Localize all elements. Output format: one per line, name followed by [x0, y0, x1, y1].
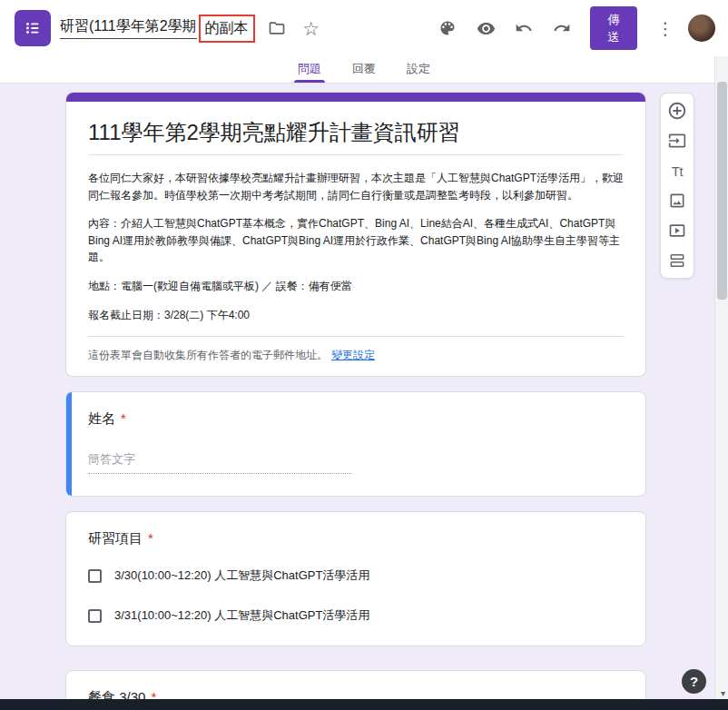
- option-label[interactable]: 3/31(10:00~12:20) 人工智慧與ChatGPT活學活用: [114, 607, 369, 624]
- collect-email-note: 這份表單會自動收集所有作答者的電子郵件地址。變更設定: [88, 348, 624, 363]
- description-paragraph[interactable]: 報名截止日期：3/28(二) 下午4:00: [88, 307, 624, 324]
- question-title[interactable]: 姓名*: [88, 410, 624, 428]
- scrollbar-thumb[interactable]: [717, 82, 727, 300]
- question-card-sessions[interactable]: 研習項目* 3/30(10:00~12:20) 人工智慧與ChatGPT活學活用…: [65, 511, 646, 646]
- google-forms-editor: 研習(111學年第2學期 的副本 ☆ 傳送 ⋮: [0, 0, 728, 710]
- add-section-icon[interactable]: [666, 250, 688, 271]
- tab-questions[interactable]: 問題: [294, 56, 325, 83]
- description-paragraph[interactable]: 地點：電腦一(歡迎自備電腦或平板) ／ 誤餐：備有便當: [88, 278, 624, 295]
- description-paragraph[interactable]: 各位同仁大家好，本研習依據學校亮點耀升計畫辦理研習，本次主題是「人工智慧與Cha…: [88, 170, 624, 203]
- question-card-name[interactable]: 姓名* 簡答文字: [65, 391, 646, 497]
- checkbox-option-row[interactable]: 3/31(10:00~12:20) 人工智慧與ChatGPT活學活用: [88, 607, 624, 624]
- question-meal-body: 餐食 3/30* 葷食: [66, 671, 645, 699]
- taskbar-caret-icon[interactable]: ▾: [721, 688, 725, 698]
- change-settings-link[interactable]: 變更設定: [331, 349, 375, 361]
- tab-responses[interactable]: 回覆: [349, 56, 379, 83]
- card-purple-strip: [66, 93, 645, 102]
- customize-theme-icon[interactable]: [432, 13, 463, 44]
- top-bar: 研習(111學年第2學期 的副本 ☆ 傳送 ⋮: [0, 0, 728, 56]
- import-questions-icon[interactable]: [666, 130, 688, 152]
- undo-icon[interactable]: [508, 13, 539, 44]
- vertical-scrollbar[interactable]: [714, 56, 728, 699]
- question-title-text: 餐食 3/30: [88, 689, 145, 699]
- form-header-card[interactable]: 111學年第2學期亮點耀升計畫資訊研習 各位同仁大家好，本研習依據學校亮點耀升計…: [65, 92, 646, 377]
- add-question-icon[interactable]: [666, 100, 688, 122]
- add-image-icon[interactable]: [666, 190, 688, 212]
- question-toolbar: Tt: [660, 93, 694, 279]
- question-title[interactable]: 餐食 3/30*: [88, 689, 624, 699]
- required-asterisk: *: [121, 410, 126, 426]
- question-title-text: 姓名: [88, 410, 115, 426]
- checkbox-icon[interactable]: [88, 609, 102, 623]
- option-label[interactable]: 3/30(10:00~12:20) 人工智慧與ChatGPT活學活用: [114, 567, 369, 584]
- description-paragraph[interactable]: 內容：介紹人工智慧與ChatGPT基本概念，實作ChatGPT、Bing AI、…: [88, 215, 624, 266]
- tab-settings[interactable]: 設定: [403, 56, 434, 83]
- required-asterisk: *: [151, 689, 156, 699]
- question-sessions-body: 研習項目* 3/30(10:00~12:20) 人工智慧與ChatGPT活學活用…: [66, 512, 645, 646]
- more-options-icon[interactable]: ⋮: [650, 13, 681, 44]
- form-description: 各位同仁大家好，本研習依據學校亮點耀升計畫辦理研習，本次主題是「人工智慧與Cha…: [88, 170, 624, 323]
- question-name-body: 姓名* 簡答文字: [66, 392, 645, 496]
- question-title[interactable]: 研習項目*: [88, 530, 624, 547]
- form-edit-area: 111學年第2學期亮點耀升計畫資訊研習 各位同仁大家好，本研習依據學校亮點耀升計…: [0, 84, 714, 699]
- top-bar-left: 研習(111學年第2學期 的副本 ☆: [15, 10, 324, 46]
- checkbox-icon[interactable]: [88, 569, 102, 583]
- collect-email-note-text: 這份表單會自動收集所有作答者的電子郵件地址。: [88, 349, 328, 361]
- checkbox-option-row[interactable]: 3/30(10:00~12:20) 人工智慧與ChatGPT活學活用: [88, 567, 624, 584]
- add-video-icon[interactable]: [666, 220, 688, 242]
- short-answer-placeholder[interactable]: 簡答文字: [88, 451, 351, 474]
- send-button-label: 傳送: [608, 11, 620, 46]
- send-button[interactable]: 傳送: [590, 6, 637, 50]
- top-bar-right: 傳送 ⋮: [432, 6, 715, 50]
- editor-tabs: 問題 回覆 設定: [0, 56, 728, 84]
- redo-icon[interactable]: [546, 13, 577, 44]
- form-title-text[interactable]: 111學年第2學期亮點耀升計畫資訊研習: [88, 118, 624, 155]
- star-icon[interactable]: ☆: [299, 15, 324, 41]
- form-title-input[interactable]: 研習(111學年第2學期: [60, 17, 197, 39]
- account-avatar[interactable]: [688, 15, 715, 42]
- required-asterisk: *: [148, 530, 153, 546]
- divider: [88, 336, 624, 337]
- form-header-card-body: 111學年第2學期亮點耀升計畫資訊研習 各位同仁大家好，本研習依據學校亮點耀升計…: [66, 102, 645, 376]
- forms-logo-glyph: [23, 18, 43, 38]
- form-title-suffix-annotation[interactable]: 的副本: [199, 15, 255, 43]
- move-to-folder-icon[interactable]: [264, 15, 290, 41]
- preview-eye-icon[interactable]: [470, 13, 501, 44]
- forms-logo-icon[interactable]: [15, 10, 51, 46]
- form-title-field: 研習(111學年第2學期 的副本: [60, 15, 255, 43]
- add-title-description-icon[interactable]: Tt: [666, 160, 688, 182]
- question-card-meal[interactable]: 餐食 3/30* 葷食: [65, 670, 646, 699]
- help-button[interactable]: ?: [682, 669, 706, 694]
- windows-taskbar-sliver: [0, 699, 728, 710]
- question-title-text: 研習項目: [88, 530, 143, 546]
